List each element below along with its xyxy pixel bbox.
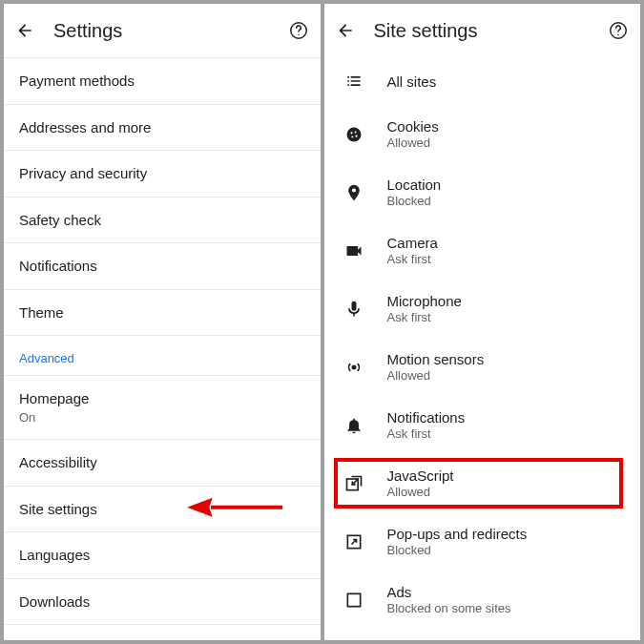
site-settings-item-javascript[interactable]: JavaScriptAllowed [324,454,641,512]
settings-item-notifications[interactable]: Notifications [4,242,321,289]
site-settings-item-label: Ads [387,584,626,600]
settings-item-privacy[interactable]: Privacy and security [4,150,321,197]
settings-title: Settings [53,20,269,42]
settings-header: Settings [4,4,321,57]
site-settings-item-sublabel: Allowed [387,368,626,383]
site-settings-title: Site settings [374,20,590,42]
site-settings-item-camera[interactable]: CameraAsk first [324,221,641,280]
mic-icon [343,299,364,320]
popup-icon [343,531,364,552]
back-icon[interactable] [15,21,34,40]
settings-item-label: Downloads [19,593,90,610]
site-settings-item-popups[interactable]: Pop-ups and redirectsBlocked [324,512,641,571]
settings-item-label: Accessibility [19,454,97,470]
settings-item-label: Theme [19,304,64,321]
settings-item-accessibility[interactable]: Accessibility [4,439,321,486]
settings-item-site-settings[interactable]: Site settings [4,486,321,532]
location-icon [343,182,364,203]
motion-icon [343,357,364,378]
help-icon[interactable] [288,20,309,41]
camera-icon [343,240,364,261]
site-settings-item-all-sites[interactable]: All sites [324,57,641,105]
site-settings-item-label: Motion sensors [387,351,626,367]
list-icon [343,71,364,92]
site-settings-item-label: Microphone [387,293,626,309]
ads-icon [343,590,364,611]
settings-item-label: Notifications [19,258,97,274]
site-settings-item-sublabel: Blocked [387,194,626,208]
bell-icon [343,415,364,436]
site-settings-item-location[interactable]: LocationBlocked [324,163,641,221]
back-icon[interactable] [336,21,355,40]
site-settings-item-sublabel: Allowed [387,135,626,150]
settings-item-downloads[interactable]: Downloads [4,578,321,625]
svg-point-4 [346,127,361,141]
svg-point-1 [298,34,299,35]
site-settings-item-sublabel: Ask first [387,252,626,266]
site-settings-item-ads[interactable]: AdsBlocked on some sites [324,571,641,629]
svg-point-3 [617,34,618,35]
site-settings-item-label: Location [387,177,626,193]
settings-item-payment-methods[interactable]: Payment methods [4,57,321,104]
site-settings-item-label: All sites [387,73,626,90]
site-settings-item-label: Camera [387,235,626,251]
svg-point-9 [352,365,355,368]
site-settings-item-cookies[interactable]: CookiesAllowed [324,105,641,163]
settings-item-label: Addresses and more [19,119,151,135]
settings-item-languages[interactable]: Languages [4,531,321,578]
svg-point-6 [354,131,356,133]
svg-point-8 [355,135,357,136]
site-settings-item-sublabel: Blocked [387,543,626,557]
settings-item-label: Payment methods [19,73,135,89]
site-settings-item-label: Cookies [387,118,626,135]
site-settings-panel: Site settings All sites CookiesAllowed L… [324,4,641,640]
settings-item-label: Languages [19,547,90,563]
help-icon[interactable] [608,20,629,41]
settings-item-sublabel: On [19,410,305,426]
settings-list: Payment methods Addresses and more Priva… [4,57,321,640]
site-settings-item-label: Pop-ups and redirects [387,526,626,542]
settings-item-theme[interactable]: Theme [4,289,321,336]
svg-point-7 [351,135,353,137]
site-settings-item-label: Notifications [387,409,626,426]
settings-item-label: Privacy and security [19,165,147,181]
site-settings-item-sublabel: Ask first [387,310,626,324]
site-settings-item-sublabel: Ask first [387,426,626,441]
javascript-icon [343,473,364,494]
site-settings-item-notifications[interactable]: NotificationsAsk first [324,396,641,454]
settings-item-label: Safety check [19,212,101,228]
site-settings-item-microphone[interactable]: MicrophoneAsk first [324,280,641,338]
site-settings-item-sublabel: Blocked on some sites [387,601,626,615]
site-settings-item-sublabel: Allowed [387,485,626,499]
settings-item-label: Homepage [19,390,89,406]
site-settings-header: Site settings [324,4,641,57]
settings-item-homepage[interactable]: Homepage On [4,375,321,439]
settings-item-label: About Chrome [19,639,112,640]
red-arrow-icon [187,492,282,526]
site-settings-item-motion-sensors[interactable]: Motion sensorsAllowed [324,338,641,396]
settings-panel: Settings Payment methods Addresses and m… [4,4,321,640]
settings-item-addresses[interactable]: Addresses and more [4,104,321,151]
settings-item-label: Site settings [19,501,97,517]
svg-rect-12 [347,593,360,606]
svg-point-5 [350,132,352,134]
site-settings-item-label: JavaScript [387,467,626,484]
advanced-section-label: Advanced [4,335,321,375]
settings-item-safety-check[interactable]: Safety check [4,197,321,243]
cookie-icon [343,124,364,145]
settings-item-about-chrome[interactable]: About Chrome [4,624,321,640]
site-settings-list: All sites CookiesAllowed LocationBlocked… [324,57,641,640]
